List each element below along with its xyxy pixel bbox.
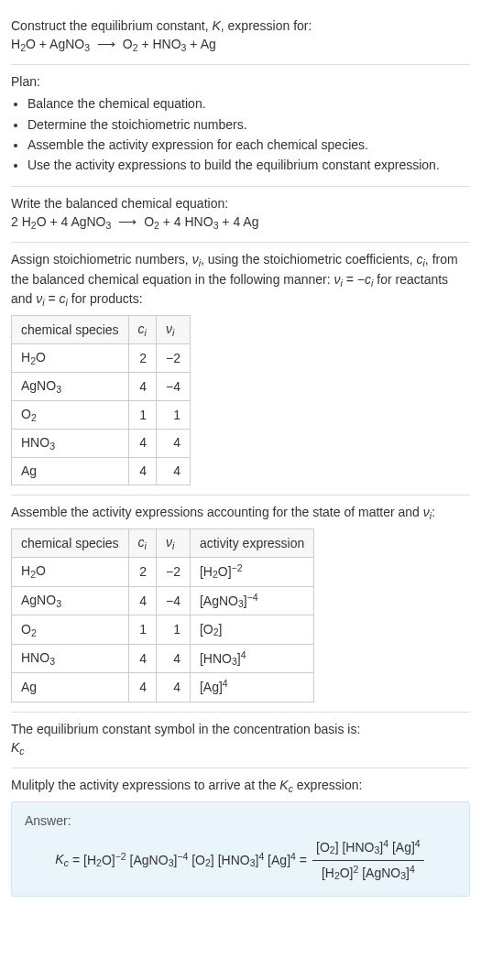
cell-species: AgNO3 bbox=[12, 372, 129, 400]
act: [Ag bbox=[200, 680, 219, 694]
fraction-numerator: [O2] [HNO3]4 [Ag]4 bbox=[312, 837, 424, 861]
cell-ci: 4 bbox=[128, 372, 156, 400]
eq-part: O bbox=[144, 214, 154, 229]
cell-ci: 2 bbox=[128, 344, 156, 373]
term: [Ag bbox=[392, 840, 411, 855]
term: [H bbox=[83, 853, 96, 867]
plan-item: Balance the chemical equation. bbox=[27, 94, 470, 113]
table-row: Ag44 bbox=[12, 457, 191, 485]
sp-sub: 3 bbox=[56, 598, 61, 609]
c-symbol: c bbox=[138, 321, 145, 336]
unbalanced-equation: H2O + AgNO3 ⟶ O2 + HNO3 + Ag bbox=[11, 35, 470, 55]
col-species: chemical species bbox=[12, 316, 129, 344]
act-exp: −4 bbox=[247, 592, 258, 603]
eq-part: + 4 Ag bbox=[218, 214, 258, 229]
text: = bbox=[45, 291, 60, 306]
ksymbol-value: Kc bbox=[11, 738, 470, 758]
term: [O bbox=[316, 840, 330, 855]
equals: = bbox=[72, 851, 80, 869]
eq-part: O + 4 AgNO bbox=[37, 214, 106, 229]
act: [AgNO bbox=[200, 593, 238, 607]
term: [O bbox=[191, 853, 205, 867]
k-symbol: K bbox=[11, 740, 19, 755]
term-exp: 4 bbox=[383, 838, 388, 849]
sp: H bbox=[21, 563, 30, 578]
nu-symbol: ν bbox=[334, 272, 341, 287]
eq-part: H bbox=[11, 37, 20, 51]
activity-table: chemical species ci νi activity expressi… bbox=[11, 528, 314, 702]
intro-section: Construct the equilibrium constant, K, e… bbox=[11, 9, 470, 65]
cell-vi: 4 bbox=[156, 644, 190, 673]
term: [AgNO bbox=[130, 853, 169, 867]
ksymbol-line: The equilibrium constant symbol in the c… bbox=[11, 720, 470, 738]
cell-species: H2O bbox=[12, 558, 129, 587]
act-exp: 4 bbox=[241, 649, 246, 660]
cell-vi: 4 bbox=[156, 457, 190, 485]
sp: HNO bbox=[21, 435, 49, 450]
act: ] bbox=[219, 622, 223, 637]
balanced-title: Write the balanced chemical equation: bbox=[11, 194, 470, 212]
nu-symbol: ν bbox=[192, 252, 199, 267]
text: : bbox=[432, 505, 435, 519]
nu-symbol: ν bbox=[166, 321, 172, 336]
cell-species: HNO3 bbox=[12, 644, 129, 673]
term: O] bbox=[340, 865, 354, 879]
cell-species: AgNO3 bbox=[12, 586, 129, 615]
table-header-row: chemical species ci νi bbox=[12, 316, 191, 344]
cell-vi: −4 bbox=[156, 372, 190, 400]
text: , using the stoichiometric coefficients, bbox=[201, 252, 417, 267]
table-row: AgNO34−4[AgNO3]−4 bbox=[12, 586, 314, 615]
cell-ci: 4 bbox=[128, 586, 156, 615]
table-row: AgNO34−4 bbox=[12, 372, 191, 400]
sp-sub: 2 bbox=[31, 626, 37, 637]
reaction-arrow-icon: ⟶ bbox=[115, 212, 140, 231]
cell-ci: 2 bbox=[128, 558, 156, 587]
cell-species: O2 bbox=[12, 400, 129, 429]
stoich-section: Assign stoichiometric numbers, νi, using… bbox=[11, 243, 470, 496]
kc-fraction: [O2] [HNO3]4 [Ag]4 [H2O]2 [AgNO3]4 bbox=[312, 837, 424, 883]
text: Assemble the activity expressions accoun… bbox=[11, 505, 423, 519]
eq-part: O + AgNO bbox=[26, 37, 84, 51]
nu-symbol: ν bbox=[423, 505, 430, 519]
act-exp: 4 bbox=[223, 678, 228, 689]
act: [HNO bbox=[200, 650, 232, 665]
stoich-intro: Assign stoichiometric numbers, νi, using… bbox=[11, 250, 470, 310]
sp-sub: 3 bbox=[49, 440, 55, 451]
fraction-denominator: [H2O]2 [AgNO3]4 bbox=[312, 861, 424, 884]
eq-sub: 3 bbox=[84, 42, 90, 53]
table-row: H2O2−2[H2O]−2 bbox=[12, 558, 314, 587]
act: [H bbox=[200, 564, 213, 579]
text: Assign stoichiometric numbers, bbox=[11, 252, 192, 267]
intro-text-b: , expression for: bbox=[221, 18, 312, 33]
sp: Ag bbox=[21, 680, 37, 694]
table-row: HNO344[HNO3]4 bbox=[12, 644, 314, 673]
cell-activity: [AgNO3]−4 bbox=[190, 586, 313, 615]
term: [HNO bbox=[218, 853, 250, 867]
k-symbol: K bbox=[55, 852, 63, 866]
k-symbol: K bbox=[279, 778, 288, 792]
plan-list: Balance the chemical equation. Determine… bbox=[11, 94, 470, 174]
balanced-equation: 2 H2O + 4 AgNO3 ⟶ O2 + 4 HNO3 + 4 Ag bbox=[11, 212, 470, 233]
stoich-table: chemical species ci νi H2O2−2 AgNO34−4 O… bbox=[11, 315, 191, 485]
act: O] bbox=[218, 564, 232, 579]
plan-title: Plan: bbox=[11, 72, 470, 91]
kc-lhs: Kc bbox=[55, 850, 69, 870]
cell-vi: 4 bbox=[156, 429, 190, 457]
col-species: chemical species bbox=[12, 529, 129, 558]
cell-species: H2O bbox=[12, 344, 129, 373]
table-row: Ag44[Ag]4 bbox=[12, 673, 314, 702]
equals: = bbox=[300, 851, 307, 869]
nu-symbol: ν bbox=[166, 535, 172, 550]
kc-product: [H2O]−2 [AgNO3]−4 [O2] [HNO3]4 [Ag]4 bbox=[83, 850, 296, 871]
multiply-section: Mulitply the activity expressions to arr… bbox=[11, 768, 470, 906]
col-ci: ci bbox=[128, 529, 156, 558]
cell-vi: −4 bbox=[156, 586, 190, 615]
table-row: H2O2−2 bbox=[12, 344, 191, 373]
sp-sub: 3 bbox=[49, 656, 55, 667]
term: [AgNO bbox=[362, 865, 400, 879]
act: [O bbox=[200, 622, 213, 637]
eq-part: 2 H bbox=[11, 214, 31, 229]
cell-vi: −2 bbox=[156, 344, 190, 373]
intro-line: Construct the equilibrium constant, K, e… bbox=[11, 16, 470, 35]
answer-box: Answer: Kc = [H2O]−2 [AgNO3]−4 [O2] [HNO… bbox=[11, 801, 470, 897]
